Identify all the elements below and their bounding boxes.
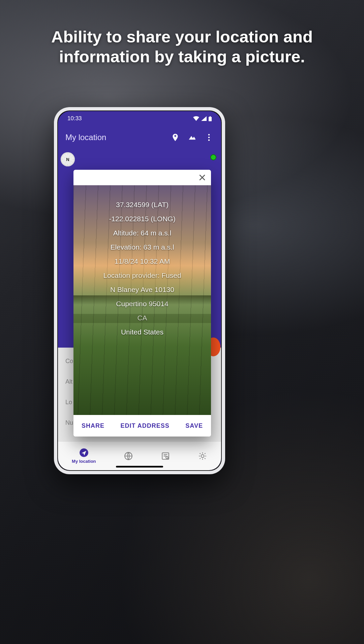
home-indicator bbox=[116, 466, 163, 468]
elevation-button[interactable] bbox=[186, 131, 198, 143]
nav-world[interactable] bbox=[124, 451, 133, 461]
save-button[interactable]: SAVE bbox=[185, 422, 203, 429]
wifi-icon bbox=[193, 116, 199, 121]
nav-list[interactable] bbox=[161, 451, 170, 461]
gps-status-indicator bbox=[210, 154, 216, 160]
share-button[interactable]: SHARE bbox=[82, 422, 104, 429]
status-bar: 10:33 bbox=[58, 111, 221, 126]
svg-rect-1 bbox=[210, 116, 211, 117]
dialog-photo: 37.324599 (LAT) -122.022815 (LONG) Altit… bbox=[73, 185, 211, 415]
provider-value: Location provider: Fused bbox=[103, 271, 181, 280]
datetime-value: 11/8/24 10:32 AM bbox=[115, 257, 170, 265]
country-value: United States bbox=[121, 328, 163, 336]
nav-my-location[interactable]: My location bbox=[72, 448, 96, 464]
edit-address-button[interactable]: EDIT ADDRESS bbox=[120, 422, 169, 429]
list-search-icon bbox=[161, 451, 170, 461]
chart-icon bbox=[188, 133, 196, 142]
gear-icon bbox=[198, 451, 207, 461]
svg-point-3 bbox=[208, 137, 210, 138]
app-title: My location bbox=[65, 133, 164, 142]
share-dialog: 37.324599 (LAT) -122.022815 (LONG) Altit… bbox=[73, 170, 211, 437]
phone-frame: 10:33 My location N Co bbox=[54, 107, 225, 474]
elevation-value: Elevation: 63 m a.s.l bbox=[110, 243, 174, 251]
location-arrow-icon bbox=[79, 448, 89, 457]
overflow-menu-button[interactable] bbox=[203, 131, 215, 143]
add-location-button[interactable] bbox=[169, 131, 181, 143]
signal-icon bbox=[201, 116, 207, 121]
svg-rect-0 bbox=[209, 117, 212, 121]
longitude-value: -122.022815 (LONG) bbox=[109, 215, 175, 223]
app-bar: My location bbox=[58, 126, 221, 149]
status-icons bbox=[193, 116, 212, 121]
latitude-value: 37.324599 (LAT) bbox=[116, 201, 169, 209]
svg-point-2 bbox=[208, 134, 210, 136]
phone-screen: 10:33 My location N Co bbox=[58, 111, 221, 470]
city-value: Cupertino 95014 bbox=[116, 300, 168, 308]
altitude-value: Altitude: 64 m a.s.l bbox=[113, 229, 172, 237]
battery-icon bbox=[209, 116, 212, 121]
dialog-header bbox=[73, 170, 211, 185]
status-time: 10:33 bbox=[67, 115, 82, 122]
dialog-info-overlay: 37.324599 (LAT) -122.022815 (LONG) Altit… bbox=[73, 185, 211, 415]
close-icon bbox=[198, 173, 206, 182]
close-button[interactable] bbox=[198, 173, 206, 182]
more-vert-icon bbox=[206, 133, 212, 142]
nav-settings[interactable] bbox=[198, 451, 207, 461]
promo-headline: Ability to share your location and infor… bbox=[20, 27, 344, 67]
nav-label: My location bbox=[72, 459, 96, 464]
street-value: N Blaney Ave 10130 bbox=[110, 286, 174, 294]
dialog-actions: SHARE EDIT ADDRESS SAVE bbox=[73, 415, 211, 437]
pin-plus-icon bbox=[171, 133, 180, 142]
svg-point-4 bbox=[208, 139, 210, 141]
globe-icon bbox=[124, 451, 133, 461]
compass-widget[interactable]: N bbox=[61, 152, 75, 166]
compass-letter: N bbox=[66, 157, 69, 162]
state-value: CA bbox=[137, 314, 147, 322]
